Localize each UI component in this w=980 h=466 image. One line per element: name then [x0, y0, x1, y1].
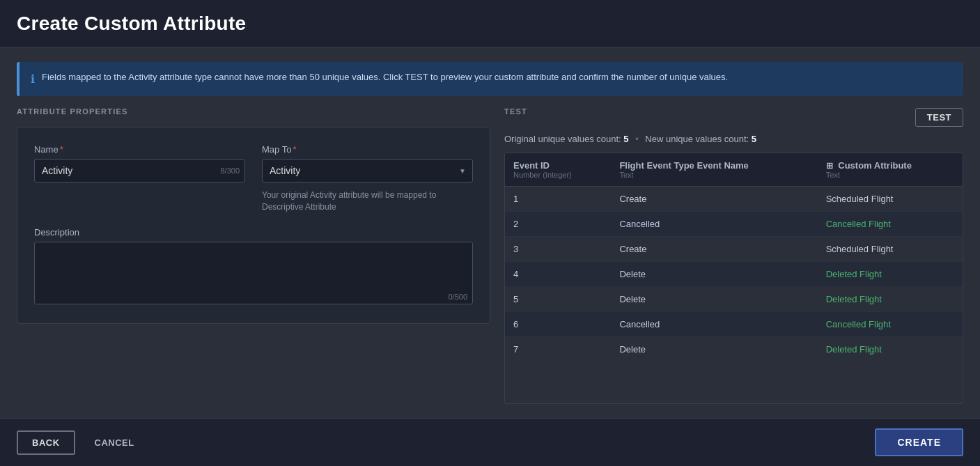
cell-custom-attr: Cancelled Flight — [818, 312, 963, 337]
cell-event-name: Delete — [611, 262, 817, 287]
back-button[interactable]: BACK — [17, 430, 75, 455]
test-table: Event ID Number (Integer) Flight Event T… — [505, 153, 963, 362]
name-char-count: 8/300 — [220, 166, 240, 175]
attribute-properties-label: ATTRIBUTE PROPERTIES — [17, 107, 490, 116]
mapto-hint: Your original Activity attribute will be… — [262, 189, 473, 213]
description-textarea[interactable] — [34, 242, 473, 304]
mapto-select-wrapper: Activity Flight Segment Trip ▼ — [262, 159, 473, 182]
test-header: TEST TEST — [504, 107, 963, 127]
col-event-id: Event ID Number (Integer) — [505, 153, 611, 187]
name-group: Name* 8/300 — [34, 144, 245, 213]
name-label: Name* — [34, 144, 245, 155]
table-header: Event ID Number (Integer) Flight Event T… — [505, 153, 963, 187]
unique-values-row: Original unique values count: 5 • New un… — [504, 134, 963, 144]
cell-id: 4 — [505, 262, 611, 287]
create-button[interactable]: CREATE — [875, 428, 963, 456]
two-column-layout: ATTRIBUTE PROPERTIES Name* 8/300 — [17, 107, 963, 404]
test-section-label: TEST — [504, 107, 527, 116]
attribute-box: Name* 8/300 Map To* — [17, 127, 490, 324]
cell-custom-attr: Scheduled Flight — [818, 187, 963, 212]
original-unique-count: 5 — [623, 134, 628, 144]
test-button[interactable]: TEST — [915, 108, 963, 127]
cell-id: 5 — [505, 287, 611, 312]
page-header: Create Custom Attribute — [0, 0, 980, 48]
cell-id: 3 — [505, 237, 611, 262]
test-table-container: Event ID Number (Integer) Flight Event T… — [504, 153, 963, 404]
name-input[interactable] — [34, 159, 245, 182]
cell-id: 7 — [505, 337, 611, 362]
table-row: 3 Create Scheduled Flight — [505, 237, 963, 262]
mapto-group: Map To* Activity Flight Segment Trip ▼ Y… — [262, 144, 473, 213]
cell-event-name: Cancelled — [611, 212, 817, 237]
cell-custom-attr: Scheduled Flight — [818, 237, 963, 262]
original-unique-label: Original unique values count: — [504, 134, 621, 144]
cell-event-name: Create — [611, 187, 817, 212]
mapto-select[interactable]: Activity Flight Segment Trip — [262, 159, 473, 182]
description-textarea-wrapper: 0/500 — [34, 242, 473, 306]
info-banner: ℹ Fields mapped to the Activity attribut… — [17, 62, 963, 96]
left-panel: ATTRIBUTE PROPERTIES Name* 8/300 — [17, 107, 490, 404]
mapto-label: Map To* — [262, 144, 473, 155]
col-custom-attr: ⊞ Custom Attribute Text — [818, 153, 963, 187]
right-panel: TEST TEST Original unique values count: … — [504, 107, 963, 404]
new-unique-label: New unique values count: — [645, 134, 749, 144]
cell-id: 6 — [505, 312, 611, 337]
footer-left: BACK CANCEL — [17, 430, 146, 455]
cancel-button[interactable]: CANCEL — [84, 430, 146, 455]
table-row: 4 Delete Deleted Flight — [505, 262, 963, 287]
cell-custom-attr: Deleted Flight — [818, 262, 963, 287]
table-row: 2 Cancelled Cancelled Flight — [505, 212, 963, 237]
table-row: 6 Cancelled Cancelled Flight — [505, 312, 963, 337]
banner-text: Fields mapped to the Activity attribute … — [42, 70, 728, 84]
new-unique-count: 5 — [752, 134, 756, 144]
cell-event-name: Delete — [611, 337, 817, 362]
cell-event-name: Cancelled — [611, 312, 817, 337]
cell-event-name: Delete — [611, 287, 817, 312]
table-body: 1 Create Scheduled Flight 2 Cancelled Ca… — [505, 187, 963, 362]
info-icon: ℹ — [31, 71, 35, 88]
cell-custom-attr: Cancelled Flight — [818, 212, 963, 237]
description-char-count: 0/500 — [448, 293, 467, 301]
cell-custom-attr: Deleted Flight — [818, 287, 963, 312]
cell-event-name: Create — [611, 237, 817, 262]
table-row: 1 Create Scheduled Flight — [505, 187, 963, 212]
description-group: Description 0/500 — [34, 227, 473, 306]
description-label: Description — [34, 227, 473, 238]
name-mapto-row: Name* 8/300 Map To* — [34, 144, 473, 213]
footer: BACK CANCEL CREATE — [0, 418, 980, 466]
col-flight-event: Flight Event Type Event Name Text — [611, 153, 817, 187]
cell-id: 2 — [505, 212, 611, 237]
main-content: ℹ Fields mapped to the Activity attribut… — [0, 48, 980, 418]
cell-custom-attr: Deleted Flight — [818, 337, 963, 362]
name-input-wrapper: 8/300 — [34, 159, 245, 182]
bullet-separator: • — [635, 134, 639, 144]
cell-id: 1 — [505, 187, 611, 212]
table-row: 7 Delete Deleted Flight — [505, 337, 963, 362]
table-row: 5 Delete Deleted Flight — [505, 287, 963, 312]
page-title: Create Custom Attribute — [17, 13, 963, 35]
